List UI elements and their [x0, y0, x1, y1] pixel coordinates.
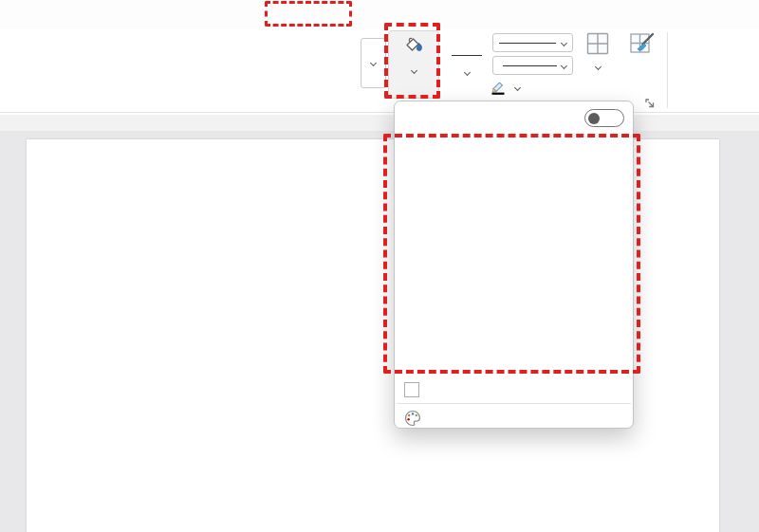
high-contrast-row: [578, 109, 624, 127]
no-color-option[interactable]: [404, 379, 429, 399]
gallery-more-button[interactable]: [361, 38, 386, 88]
palette-icon: [404, 410, 421, 427]
high-contrast-toggle[interactable]: [584, 109, 624, 127]
chevron-down-icon: [561, 62, 567, 68]
no-color-swatch-icon: [404, 382, 419, 397]
shading-button[interactable]: [388, 30, 439, 99]
ribbon: [0, 28, 759, 113]
shading-color-dropdown: [394, 101, 634, 429]
borders-button[interactable]: [578, 31, 618, 72]
border-painter-button[interactable]: [620, 31, 663, 59]
chevron-down-icon: [463, 69, 470, 76]
pen-color-button[interactable]: [491, 78, 520, 97]
border-styles-label-2: [444, 64, 490, 78]
chevron-down-icon: [514, 83, 521, 90]
menu-bar: [0, 0, 759, 28]
border-painter-icon: [629, 31, 655, 56]
line-style-sample: [499, 43, 556, 44]
chevron-down-icon: [594, 64, 601, 70]
pen-color-icon: [491, 80, 506, 95]
borders-grid-icon: [585, 31, 610, 56]
ruler: [0, 115, 759, 132]
more-colors-option[interactable]: [404, 408, 431, 428]
chevron-down-icon: [370, 60, 377, 66]
paint-bucket-icon: [402, 36, 425, 54]
chevron-down-icon: [561, 39, 567, 46]
menu-separator: [397, 403, 631, 404]
dialog-launcher-icon[interactable]: [644, 96, 656, 107]
border-styles-button[interactable]: [444, 28, 490, 78]
border-style-line-icon: [452, 55, 482, 56]
group-divider: [667, 32, 668, 108]
document-area: [0, 132, 759, 532]
line-style-combobox[interactable]: [492, 33, 573, 52]
shading-current-color-swatch: [401, 56, 426, 62]
chevron-down-icon: [410, 67, 417, 74]
toggle-knob: [588, 113, 600, 124]
line-weight-combobox[interactable]: [492, 56, 573, 75]
line-weight-sample: [503, 65, 557, 66]
